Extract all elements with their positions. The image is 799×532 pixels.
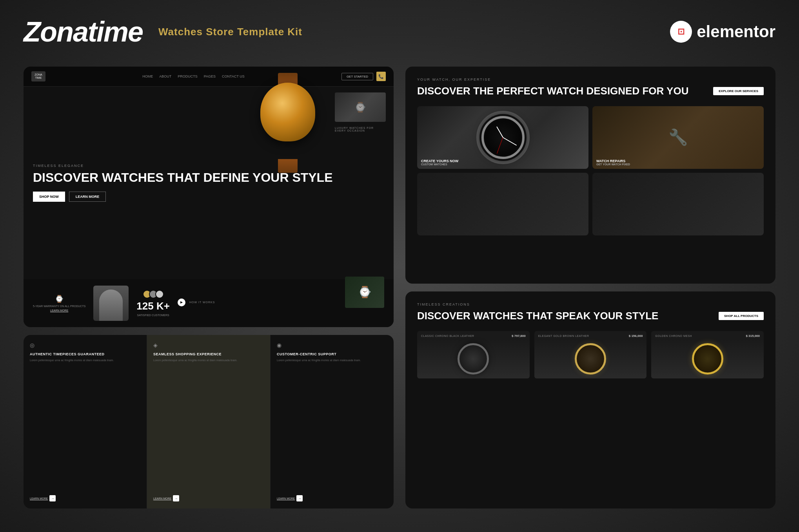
products-title: DISCOVER WATCHES THAT SPEAK YOUR STYLE [417,310,711,322]
shopping-arrow: → [173,495,179,501]
customers-label: SATISFIED CUSTOMERS [137,314,169,317]
shopping-title: SEAMLESS SHOPPING EXPERIENCE [153,352,264,356]
left-column: ZONATIME HOME ABOUT PRODUCTS PAGES CONTA… [24,67,394,508]
service-card-4-img [592,173,764,235]
products-eyebrow: TIMELESS CREATIONS [417,302,764,306]
product-card-3-header: GOLDEN CHRONO MESH $ 315,000 [651,331,764,339]
shopping-link[interactable]: LEARN MORE → [153,495,264,501]
service-repair[interactable]: WATCH REPAIRS GET YOUR WATCH FIXED [592,106,764,169]
product-2-name: ELEGANT GOLD BROWN LEATHER [538,334,589,338]
hero-card: ZONATIME HOME ABOUT PRODUCTS PAGES CONTA… [24,67,394,327]
mini-logo: ZONATIME [31,71,45,81]
support-title: CUSTOMER-CENTRIC SUPPORT [277,352,387,356]
features-card: ◎ AUTHENTIC TIMEPIECES GUARANTEED Lorem … [24,335,394,508]
services-header: DISCOVER THE PERFECT WATCH DESIGNED FOR … [417,85,764,97]
warranty-text: 5-YEAR WARRANTY ON ALL PRODUCTS [33,305,85,308]
service-custom-img: CREATE YOURS NOW CUSTOM WATCHES [417,106,588,169]
nav-pages[interactable]: PAGES [204,74,216,78]
authentic-title: AUTHENTIC TIMEPIECES GUARANTEED [30,352,140,356]
shopping-icon: ◈ [153,342,264,348]
shop-now-button[interactable]: SHOP NOW [33,192,65,202]
customers-count: 125 K+ [136,300,170,312]
authentic-desc: Lorem pellentesque urna ac fringilla mor… [30,358,140,362]
warranty-link[interactable]: LEARN MORE [50,309,68,312]
product-2-price: $ 156,000 [629,334,643,338]
elementor-logo: ⊡ elementor [670,21,775,43]
hero-text: TIMELESS ELEGANCE DISCOVER WATCHES THAT … [33,94,384,271]
warranty-icon: ⌚ [55,295,64,303]
play-button[interactable]: ▶ [178,299,185,306]
product-card-3[interactable]: GOLDEN CHRONO MESH $ 315,000 [651,331,764,378]
customer-avatars [143,290,164,299]
mini-nav-right: GET STARTED 📞 [341,72,386,81]
hero-title: DISCOVER WATCHES THAT DEFINE YOUR STYLE [33,171,384,185]
mini-navbar: ZONATIME HOME ABOUT PRODUCTS PAGES CONTA… [24,67,394,87]
support-link[interactable]: LEARN MORE → [277,495,387,501]
elementor-icon: ⊡ [670,21,692,43]
support-icon: ◉ [277,342,387,348]
warranty-block: ⌚ 5-YEAR WARRANTY ON ALL PRODUCTS LEARN … [33,295,85,312]
customers-block: 125 K+ SATISFIED CUSTOMERS [136,290,170,317]
phone-icon-btn[interactable]: 📞 [376,72,386,81]
service-custom-sublabel: CUSTOM WATCHES [421,163,458,166]
hour-hand [496,126,503,138]
products-header: DISCOVER WATCHES THAT SPEAK YOUR STYLE S… [417,310,764,322]
hero-buttons: SHOP NOW LEARN MORE [33,192,384,202]
service-repair-sublabel: GET YOUR WATCH FIXED [596,163,630,166]
product-card-1[interactable]: CLASSIC CHRONO BLACK LEATHER $ 797,800 [417,331,530,378]
product-2-image [534,339,647,378]
products-grid: CLASSIC CHRONO BLACK LEATHER $ 797,800 E… [417,331,764,378]
features-inner: ◎ AUTHENTIC TIMEPIECES GUARANTEED Lorem … [24,335,394,508]
right-column: YOUR WATCH, OUR EXPERTISE DISCOVER THE P… [405,67,775,508]
service-card-4[interactable] [592,173,764,235]
service-card-3[interactable] [417,173,588,235]
nav-contact[interactable]: CONTACT US [222,74,245,78]
services-grid: CREATE YOURS NOW CUSTOM WATCHES WATCH RE… [417,106,764,235]
elementor-name: elementor [697,22,775,41]
get-started-btn[interactable]: GET STARTED [341,73,373,80]
authentic-link[interactable]: LEARN MORE → [30,495,140,501]
service-custom[interactable]: CREATE YOURS NOW CUSTOM WATCHES [417,106,588,169]
authentic-arrow: → [49,495,56,501]
services-title: DISCOVER THE PERFECT WATCH DESIGNED FOR … [417,85,705,97]
service-card-3-img [417,173,588,235]
nav-home[interactable]: HOME [142,74,153,78]
shop-all-button[interactable]: SHOP ALL PRODUCTS [719,312,764,320]
feature-shopping[interactable]: ◈ SEAMLESS SHOPPING EXPERIENCE Lorem pel… [147,335,271,508]
watch-strap-bottom [278,159,298,173]
hero-eyebrow: TIMELESS ELEGANCE [33,164,384,168]
nav-about[interactable]: ABOUT [159,74,171,78]
person-block [93,286,129,321]
hand-watch-card [335,92,386,122]
explore-services-btn[interactable]: EXPLORE OUR SERVICES [713,87,764,95]
product-card-2-header: ELEGANT GOLD BROWN LEATHER $ 156,000 [534,331,647,339]
watch-dark-background-4 [592,173,764,235]
your-watch-eyebrow: YOUR WATCH, OUR EXPERTISE [417,78,764,81]
products-card: TIMELESS CREATIONS DISCOVER WATCHES THAT… [405,291,775,508]
product-3-image [651,339,764,378]
side-card-text: LUXURY WATCHES FOR EVERY OCCASION [335,125,386,134]
learn-more-button[interactable]: LEARN MORE [69,192,106,202]
how-it-works-block: ▶ HOW IT WORKS ⌚ [178,299,384,308]
luxury-watches-label: LUXURY WATCHES FOR EVERY OCCASION [335,127,386,132]
person-silhouette [99,290,123,321]
authentic-icon: ◎ [30,342,140,348]
nav-products[interactable]: PRODUCTS [178,74,198,78]
service-custom-label: CREATE YOURS NOW CUSTOM WATCHES [421,159,458,166]
support-arrow: → [296,495,303,501]
watch-dark-background-3 [417,173,588,235]
feature-authentic[interactable]: ◎ AUTHENTIC TIMEPIECES GUARANTEED Lorem … [24,335,147,508]
product-card-2[interactable]: ELEGANT GOLD BROWN LEATHER $ 156,000 [534,331,647,378]
watch-face-mesh [481,116,525,159]
product-card-1-header: CLASSIC CHRONO BLACK LEATHER $ 797,800 [417,331,530,339]
brand-tagline: Watches Store Template Kit [158,26,302,38]
product-3-price: $ 315,000 [746,334,760,338]
minute-hand [503,137,517,146]
brand-logo: Zonatime [24,16,143,48]
second-hand [497,137,503,154]
services-card: YOUR WATCH, OUR EXPERTISE DISCOVER THE P… [405,67,775,284]
hero-content: TIMELESS ELEGANCE DISCOVER WATCHES THAT … [24,87,394,279]
feature-support[interactable]: ◉ CUSTOMER-CENTRIC SUPPORT Lorem pellent… [271,335,394,508]
watch-face-gold [260,83,315,141]
previews-container: ZONATIME HOME ABOUT PRODUCTS PAGES CONTA… [24,67,775,508]
